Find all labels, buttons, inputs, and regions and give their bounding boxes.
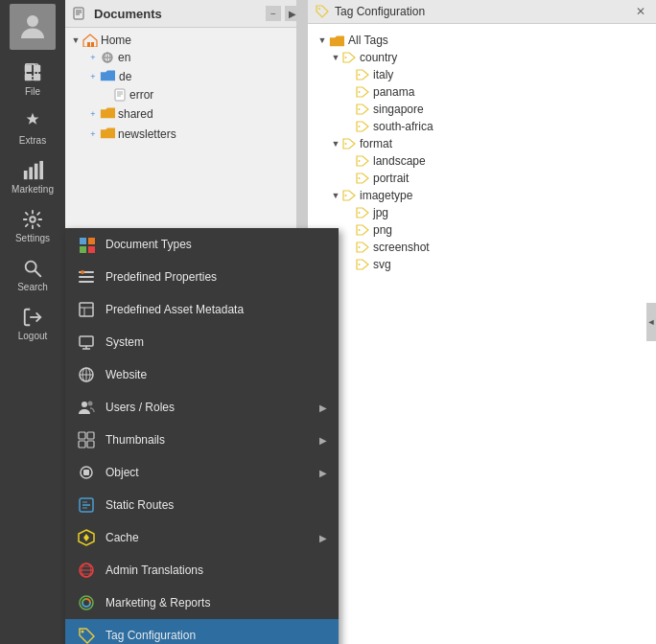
menu-item-admin-translations[interactable]: Admin Translations (65, 554, 339, 586)
sidebar-item-search[interactable]: Search (4, 251, 61, 298)
doc-types-icon (77, 235, 96, 254)
menu-item-static-routes[interactable]: Static Routes (65, 489, 339, 521)
svg-point-67 (359, 108, 361, 110)
tag-item-all-tags[interactable]: ▼ All Tags (308, 32, 656, 49)
tag-icon-jpg (356, 207, 369, 218)
toggle-italy (342, 68, 356, 81)
tag-icon-south-africa (356, 121, 369, 132)
right-panel-collapse[interactable]: ◄ (646, 303, 656, 341)
menu-item-users-roles-label: Users / Roles (105, 401, 319, 414)
menu-item-users-roles[interactable]: Users / Roles ▶ (65, 391, 339, 424)
svg-rect-6 (34, 74, 40, 80)
toggle-home: ▼ (69, 34, 82, 47)
toggle-jpg (342, 206, 356, 219)
tag-item-png[interactable]: png (308, 221, 656, 239)
svg-point-12 (26, 262, 36, 272)
tag-item-format[interactable]: ▼ format (308, 135, 656, 152)
menu-item-document-types[interactable]: Document Types (65, 228, 339, 261)
svg-point-45 (88, 402, 93, 406)
tree-item-de[interactable]: + de (65, 66, 308, 86)
svg-rect-46 (79, 432, 85, 439)
tag-item-screenshot[interactable]: screenshot (308, 239, 656, 256)
tag-panel-icon (316, 5, 329, 18)
svg-rect-9 (35, 164, 38, 180)
toggle-south-africa (342, 120, 356, 133)
tag-item-south-africa[interactable]: south-africa (308, 118, 656, 135)
tag-item-jpg[interactable]: jpg (308, 204, 656, 221)
tag-item-portrait[interactable]: portrait (308, 170, 656, 187)
tag-icon-format (342, 138, 356, 150)
object-icon (77, 463, 96, 482)
sidebar-item-file[interactable]: File (4, 56, 61, 103)
toggle-singapore (342, 103, 356, 116)
users-roles-arrow: ▶ (319, 402, 327, 413)
tree-item-newsletters-label: newsletters (118, 127, 176, 141)
svg-rect-34 (80, 303, 93, 316)
sidebar-item-logout[interactable]: Logout (4, 300, 61, 347)
tree-item-home-label: Home (101, 34, 131, 47)
object-arrow: ▶ (319, 468, 327, 478)
link-icon (100, 51, 115, 64)
svg-rect-15 (74, 8, 83, 19)
menu-item-system[interactable]: System (65, 326, 339, 358)
toggle-panama (342, 85, 356, 99)
menu-item-cache[interactable]: Cache ▶ (65, 521, 339, 554)
menu-item-marketing-reports[interactable]: Marketing & Reports (65, 586, 339, 619)
svg-rect-32 (88, 246, 95, 253)
toggle-error (100, 88, 113, 102)
tag-item-imagetype[interactable]: ▼ imagetype (308, 187, 656, 204)
tag-item-singapore[interactable]: singapore (308, 101, 656, 118)
sidebar-item-settings[interactable]: Settings (4, 202, 61, 249)
menu-item-predefined-asset-metadata-label: Predefined Asset Metadata (105, 303, 327, 316)
tag-item-italy-label: italy (373, 68, 393, 81)
system-icon (77, 333, 96, 352)
minimize-button[interactable]: − (266, 6, 281, 21)
svg-point-72 (345, 195, 347, 196)
tree-item-home[interactable]: ▼ Home (65, 32, 308, 49)
marketing-reports-icon (77, 593, 96, 612)
menu-item-predefined-properties-label: Predefined Properties (105, 270, 327, 284)
tree-item-en[interactable]: + en (65, 49, 308, 66)
tag-item-singapore-label: singapore (373, 103, 424, 116)
menu-item-predefined-properties[interactable]: Predefined Properties (65, 261, 339, 293)
tag-icon-png (356, 224, 369, 236)
cache-arrow: ▶ (319, 533, 327, 543)
svg-rect-3 (25, 65, 32, 72)
tag-item-italy[interactable]: italy (308, 66, 656, 83)
file-tree-title-text: Documents (94, 7, 162, 21)
menu-item-object[interactable]: Object ▶ (65, 456, 339, 489)
svg-rect-4 (34, 65, 40, 72)
tree-item-de-label: de (119, 70, 131, 83)
file-tree-title: Documents (73, 6, 162, 21)
properties-icon (77, 267, 96, 287)
tag-item-all-tags-label: All Tags (348, 34, 388, 47)
logout-icon (21, 306, 44, 329)
menu-item-website[interactable]: Website (65, 358, 339, 391)
close-tab-button[interactable]: ✕ (633, 4, 648, 19)
tag-item-screenshot-label: screenshot (373, 241, 430, 254)
tag-icon-imagetype (342, 190, 356, 201)
menu-item-thumbnails[interactable]: Thumbnails ▶ (65, 424, 339, 456)
menu-item-predefined-asset-metadata[interactable]: Predefined Asset Metadata (65, 293, 339, 326)
tree-item-newsletters[interactable]: + newsletters (65, 124, 308, 144)
tree-item-shared[interactable]: + shared (65, 104, 308, 124)
sidebar-item-extras[interactable]: Extras (4, 104, 61, 151)
menu-item-system-label: System (105, 335, 327, 349)
tag-item-svg[interactable]: svg (308, 256, 656, 273)
sidebar: File Extras Marketing S (0, 0, 65, 644)
sidebar-item-marketing[interactable]: Marketing (4, 153, 61, 200)
tag-item-panama[interactable]: panama (308, 83, 656, 101)
menu-item-static-routes-label: Static Routes (105, 498, 327, 512)
thumbnails-icon (77, 430, 96, 449)
tag-configuration-panel: Tag Configuration ✕ ▼ All Tags ▼ country (308, 0, 656, 644)
tag-item-country[interactable]: ▼ country (308, 49, 656, 66)
toggle-format: ▼ (329, 137, 342, 150)
menu-item-tag-configuration[interactable]: Tag Configuration (65, 619, 339, 644)
svg-rect-10 (39, 161, 43, 179)
tag-item-landscape[interactable]: landscape (308, 152, 656, 170)
tree-item-error[interactable]: error (65, 86, 308, 104)
marketing-icon (21, 159, 44, 182)
users-icon (77, 398, 96, 417)
toggle-svg (342, 258, 356, 271)
tag-icon-panama (356, 86, 369, 98)
